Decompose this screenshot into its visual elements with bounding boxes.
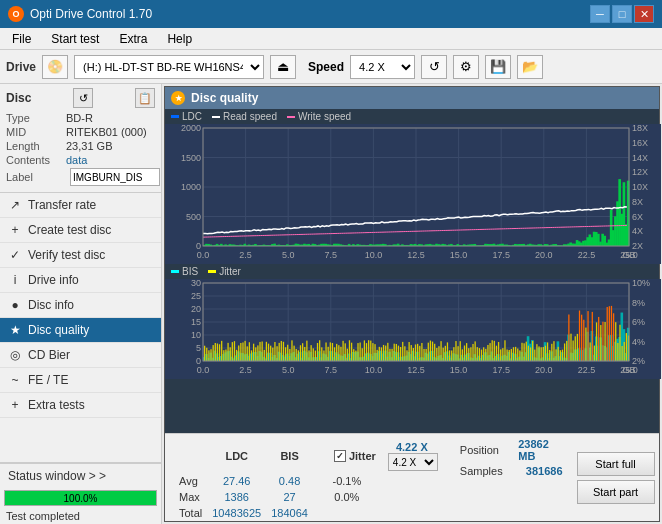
chart1-wrapper bbox=[165, 124, 659, 264]
sidebar-item-transfer-rate[interactable]: ↗ Transfer rate bbox=[0, 193, 161, 218]
create-test-disc-icon: + bbox=[8, 223, 22, 237]
menu-extra[interactable]: Extra bbox=[111, 30, 155, 48]
position-value: 23862 MB bbox=[518, 438, 562, 462]
legend-ldc: LDC bbox=[182, 111, 202, 122]
legend-write-speed: Write speed bbox=[298, 111, 351, 122]
jitter-label: Jitter bbox=[349, 450, 376, 462]
max-ldc: 1386 bbox=[208, 490, 265, 504]
stats-row-max: Max 1386 27 0.0% bbox=[175, 490, 442, 504]
maximize-button[interactable]: □ bbox=[612, 5, 632, 23]
disc-button[interactable]: 💾 bbox=[485, 55, 511, 79]
samples-value: 381686 bbox=[526, 465, 563, 477]
sidebar-item-disc-quality[interactable]: ★ Disc quality bbox=[0, 318, 161, 343]
stats-row-total: Total 10483625 184064 bbox=[175, 506, 442, 520]
menu-file[interactable]: File bbox=[4, 30, 39, 48]
total-bis: 184064 bbox=[267, 506, 312, 520]
status-message: Test completed bbox=[0, 508, 161, 524]
speed-info: Position 23862 MB Samples 381686 bbox=[452, 434, 571, 521]
start-full-button[interactable]: Start full bbox=[577, 452, 655, 476]
avg-jitter: -0.1% bbox=[314, 474, 380, 488]
speed-val: 4.22 X bbox=[396, 441, 428, 453]
stats-speed-select[interactable]: 4.2 X bbox=[388, 453, 438, 471]
chart1-legend: LDC Read speed Write speed bbox=[165, 109, 659, 124]
legend-jitter: Jitter bbox=[219, 266, 241, 277]
speed-select[interactable]: 4.2 X bbox=[350, 55, 415, 79]
sidebar-item-fe-te[interactable]: ~ FE / TE bbox=[0, 368, 161, 393]
close-button[interactable]: ✕ bbox=[634, 5, 654, 23]
samples-label: Samples bbox=[460, 465, 520, 477]
mid-label: MID bbox=[6, 126, 66, 138]
window-controls: ─ □ ✕ bbox=[590, 5, 654, 23]
disc-refresh-button[interactable]: ↺ bbox=[73, 88, 93, 108]
progress-bar: 100.0% bbox=[4, 490, 157, 506]
stats-table: LDC BIS ✓ Jitter 4.22 X bbox=[165, 434, 452, 521]
main-layout: Disc ↺ 📋 Type BD-R MID RITEKB01 (000) Le… bbox=[0, 84, 662, 524]
mid-value: RITEKB01 (000) bbox=[66, 126, 147, 138]
chart1-canvas bbox=[165, 124, 661, 264]
contents-value: data bbox=[66, 154, 87, 166]
status-window-label: Status window > > bbox=[8, 469, 106, 483]
minimize-button[interactable]: ─ bbox=[590, 5, 610, 23]
sidebar-item-extra-tests[interactable]: + Extra tests bbox=[0, 393, 161, 418]
legend-bis: BIS bbox=[182, 266, 198, 277]
disc-quality-icon: ★ bbox=[8, 323, 22, 337]
drive-label: Drive bbox=[6, 60, 36, 74]
save-button[interactable]: 📂 bbox=[517, 55, 543, 79]
menu-help[interactable]: Help bbox=[159, 30, 200, 48]
type-label: Type bbox=[6, 112, 66, 124]
status-window-button[interactable]: Status window > > bbox=[0, 464, 161, 488]
stats-area: LDC BIS ✓ Jitter 4.22 X bbox=[165, 433, 659, 521]
app-title: Opti Drive Control 1.70 bbox=[30, 7, 152, 21]
jitter-checkbox[interactable]: ✓ bbox=[334, 450, 346, 462]
speed-label: Speed bbox=[308, 60, 344, 74]
disc-info-icon: ● bbox=[8, 298, 22, 312]
buttons-area: Start full Start part bbox=[571, 434, 661, 521]
chart2-wrapper bbox=[165, 279, 659, 379]
refresh-button[interactable]: ↺ bbox=[421, 55, 447, 79]
label-input[interactable] bbox=[70, 168, 160, 186]
drive-select[interactable]: (H:) HL-DT-ST BD-RE WH16NS48 1.D3 bbox=[74, 55, 264, 79]
stats-col-bis: BIS bbox=[267, 440, 312, 472]
verify-icon: ✓ bbox=[8, 248, 22, 262]
progress-text: 100.0% bbox=[5, 491, 156, 505]
sidebar-item-verify-test-disc[interactable]: ✓ Verify test disc bbox=[0, 243, 161, 268]
settings-button[interactable]: ⚙ bbox=[453, 55, 479, 79]
stats-row-avg: Avg 27.46 0.48 -0.1% bbox=[175, 474, 442, 488]
disc-title: Disc bbox=[6, 91, 31, 105]
disc-quality-header: ★ Disc quality bbox=[165, 87, 659, 109]
type-value: BD-R bbox=[66, 112, 93, 124]
length-value: 23,31 GB bbox=[66, 140, 112, 152]
menu-start-test[interactable]: Start test bbox=[43, 30, 107, 48]
disc-section: Disc ↺ 📋 Type BD-R MID RITEKB01 (000) Le… bbox=[0, 84, 161, 193]
disc-quality-title: Disc quality bbox=[191, 91, 258, 105]
sidebar-item-disc-info[interactable]: ● Disc info bbox=[0, 293, 161, 318]
total-ldc: 10483625 bbox=[208, 506, 265, 520]
legend-read-speed: Read speed bbox=[223, 111, 277, 122]
extra-tests-icon: + bbox=[8, 398, 22, 412]
transfer-rate-icon: ↗ bbox=[8, 198, 22, 212]
sidebar-item-create-test-disc[interactable]: + Create test disc bbox=[0, 218, 161, 243]
drive-eject-icon[interactable]: 📀 bbox=[42, 55, 68, 79]
cd-bier-icon: ◎ bbox=[8, 348, 22, 362]
disc-info-button[interactable]: 📋 bbox=[135, 88, 155, 108]
toolbar: Drive 📀 (H:) HL-DT-ST BD-RE WH16NS48 1.D… bbox=[0, 50, 662, 84]
sidebar-item-drive-info[interactable]: i Drive info bbox=[0, 268, 161, 293]
sidebar: Disc ↺ 📋 Type BD-R MID RITEKB01 (000) Le… bbox=[0, 84, 162, 524]
drive-info-icon: i bbox=[8, 273, 22, 287]
max-jitter: 0.0% bbox=[314, 490, 380, 504]
sidebar-item-cd-bier[interactable]: ◎ CD Bier bbox=[0, 343, 161, 368]
contents-label: Contents bbox=[6, 154, 66, 166]
stats-col-empty bbox=[175, 440, 206, 472]
avg-bis: 0.48 bbox=[267, 474, 312, 488]
start-part-button[interactable]: Start part bbox=[577, 480, 655, 504]
status-section: Status window > > 100.0% Test completed bbox=[0, 462, 161, 524]
content-area: ★ Disc quality LDC Read speed bbox=[162, 84, 662, 524]
eject-button[interactable]: ⏏ bbox=[270, 55, 296, 79]
max-label: Max bbox=[175, 490, 206, 504]
avg-label: Avg bbox=[175, 474, 206, 488]
fe-te-icon: ~ bbox=[8, 373, 22, 387]
avg-ldc: 27.46 bbox=[208, 474, 265, 488]
disc-quality-panel: ★ Disc quality LDC Read speed bbox=[164, 86, 660, 522]
chart2-canvas bbox=[165, 279, 661, 379]
stats-col-ldc: LDC bbox=[208, 440, 265, 472]
